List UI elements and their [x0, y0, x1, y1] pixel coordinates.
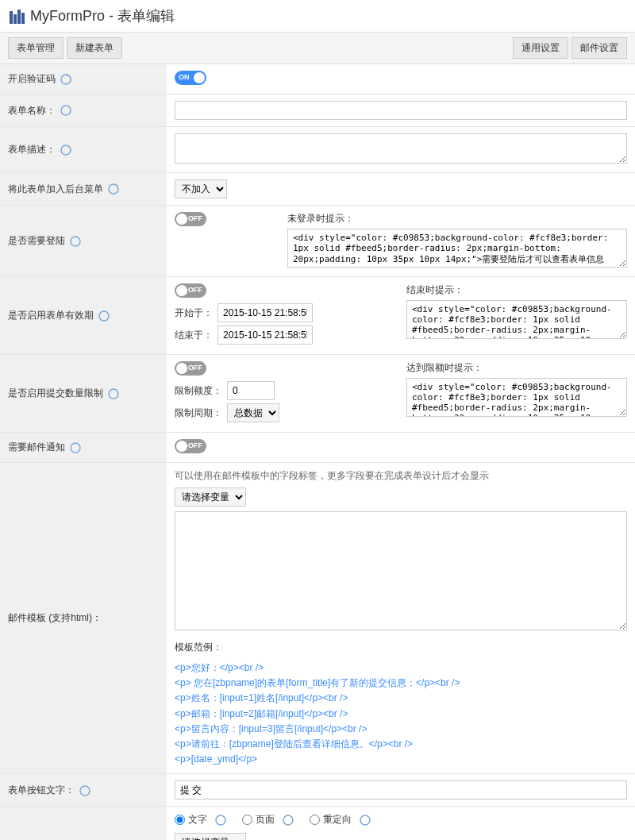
limit-period-select[interactable]: 总数据 [227, 403, 279, 422]
limit-reached-tip-textarea[interactable]: <div style="color: #c09853;background-co… [406, 378, 627, 417]
help-icon[interactable] [60, 74, 71, 85]
need-login-label: 是否需要登陆 [8, 235, 65, 246]
expire-toggle[interactable]: OFF [175, 283, 206, 298]
form-desc-input[interactable] [175, 133, 627, 164]
svg-point-6 [61, 145, 71, 155]
not-logged-tip-textarea[interactable]: <div style="color: #c09853;background-co… [287, 229, 627, 268]
toolbar: 表单管理 新建表单 通用设置 邮件设置 [0, 33, 635, 64]
form-manage-button[interactable]: 表单管理 [8, 37, 64, 59]
not-logged-tip-label: 未登录时提示： [287, 212, 627, 225]
limit-amount-label: 限制额度： [175, 384, 222, 398]
end-label: 结束于： [175, 329, 213, 342]
start-date-input[interactable] [217, 303, 313, 322]
mail-notify-toggle[interactable]: OFF [175, 439, 206, 453]
svg-rect-2 [17, 10, 21, 24]
form-settings-table: 开启验证码 ON 表单名称： 表单描述： 将此表单加入后台菜单 不加入 是否需要… [0, 64, 635, 840]
svg-point-14 [283, 815, 293, 825]
mail-template-textarea[interactable] [175, 511, 627, 630]
help-icon[interactable] [70, 442, 81, 453]
example-title: 模板范例： [175, 641, 627, 654]
logo-icon [10, 8, 25, 24]
limit-amount-input[interactable] [227, 381, 275, 400]
radio-page[interactable]: 页面 [242, 813, 294, 827]
radio-redirect[interactable]: 重定向 [310, 813, 371, 827]
help-icon[interactable] [60, 144, 71, 156]
mail-template-var-select[interactable]: 请选择变量 [175, 487, 246, 507]
help-icon[interactable] [215, 815, 226, 826]
svg-point-7 [109, 184, 118, 194]
svg-point-11 [71, 443, 80, 453]
end-date-input[interactable] [217, 326, 313, 345]
svg-rect-1 [13, 14, 17, 24]
svg-point-13 [216, 815, 225, 825]
after-submit-var-select[interactable]: 请选择变量 [175, 833, 246, 840]
svg-rect-0 [10, 11, 13, 24]
page-title: MyFormPro - 表单编辑 [30, 6, 175, 25]
mail-template-desc: 可以使用在邮件模板中的字段标签，更多字段要在完成表单设计后才会显示 [175, 469, 627, 483]
mail-notify-label: 需要邮件通知 [8, 441, 65, 453]
end-tip-textarea[interactable]: <div style="color: #c09853;background-co… [406, 300, 627, 339]
svg-point-15 [360, 815, 370, 825]
start-label: 开始于： [175, 306, 213, 320]
expire-label: 是否启用表单有效期 [8, 310, 94, 321]
end-tip-label: 结束时提示： [406, 283, 627, 297]
mail-template-example: <p>您好：</p><br /> <p> 您在[zbpname]的表单[form… [175, 661, 627, 767]
svg-point-8 [71, 237, 80, 246]
help-icon[interactable] [70, 236, 81, 247]
mail-template-label: 邮件模板 (支持html)： [8, 612, 102, 623]
help-icon[interactable] [98, 310, 110, 322]
captcha-label: 开启验证码 [8, 73, 56, 84]
submit-limit-label: 是否启用提交数量限制 [8, 387, 103, 399]
help-icon[interactable] [108, 388, 119, 399]
form-name-label: 表单名称： [8, 105, 56, 116]
svg-point-9 [99, 311, 109, 321]
svg-rect-3 [21, 13, 25, 24]
help-icon[interactable] [79, 785, 90, 796]
add-menu-label: 将此表单加入后台菜单 [8, 183, 103, 195]
limit-period-label: 限制周期： [175, 407, 222, 420]
help-icon[interactable] [283, 815, 294, 826]
button-text-label: 表单按钮文字： [8, 784, 75, 796]
limit-reached-tip-label: 达到限额时提示： [406, 361, 627, 375]
submit-limit-toggle[interactable]: OFF [175, 361, 206, 376]
button-text-input[interactable] [175, 780, 627, 800]
help-icon[interactable] [108, 183, 119, 195]
add-menu-select[interactable]: 不加入 [175, 179, 227, 198]
help-icon[interactable] [60, 105, 71, 116]
general-settings-button[interactable]: 通用设置 [513, 37, 568, 59]
help-icon[interactable] [360, 815, 371, 826]
svg-point-12 [80, 786, 90, 796]
svg-point-5 [61, 106, 71, 115]
need-login-toggle[interactable]: OFF [175, 212, 206, 226]
form-name-input[interactable] [175, 101, 627, 120]
new-form-button[interactable]: 新建表单 [67, 37, 122, 59]
svg-point-10 [109, 389, 118, 399]
form-desc-label: 表单描述： [8, 144, 56, 155]
radio-text[interactable]: 文字 [175, 813, 226, 827]
captcha-toggle[interactable]: ON [175, 71, 206, 85]
mail-settings-button[interactable]: 邮件设置 [572, 37, 627, 59]
page-header: MyFormPro - 表单编辑 [0, 0, 635, 33]
